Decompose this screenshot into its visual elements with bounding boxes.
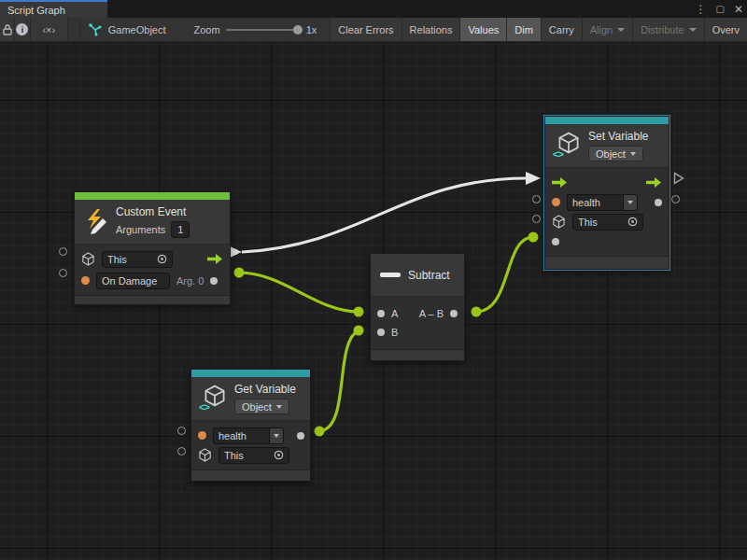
- set-variable-outer-port[interactable]: [532, 195, 541, 203]
- get-variable-outer-port[interactable]: [177, 447, 186, 455]
- arguments-input[interactable]: 1: [171, 221, 190, 238]
- set-variable-outer-port[interactable]: [532, 215, 541, 223]
- custom-event-outer-port[interactable]: [59, 247, 67, 256]
- subtract-header: Subtract: [371, 254, 464, 296]
- custom-event-body: This On Damage: [75, 244, 230, 295]
- graph-target-label: GameObject: [108, 24, 166, 35]
- node-color-bar: [191, 370, 310, 377]
- maximize-icon[interactable]: ▢: [715, 4, 724, 14]
- carry-label: Carry: [549, 24, 574, 35]
- wire-dot: [315, 427, 325, 437]
- object-picker-icon[interactable]: [627, 217, 638, 227]
- node-footer: [75, 295, 230, 304]
- value-output-port[interactable]: [655, 199, 662, 206]
- node-set-variable[interactable]: <> Set Variable Object: [544, 116, 669, 270]
- distribute-dropdown[interactable]: Distribute: [633, 18, 704, 41]
- flow-output-port[interactable]: [207, 254, 223, 264]
- value-input-port[interactable]: [552, 238, 559, 245]
- get-variable-header: <> Get Variable Object: [191, 377, 310, 420]
- node-subtract[interactable]: Subtract A A – B B: [370, 253, 465, 361]
- node-custom-event[interactable]: Custom Event Arguments 1 This: [74, 191, 231, 305]
- wire-arg0-to-a[interactable]: [239, 273, 359, 312]
- variable-cube-icon: <>: [201, 385, 227, 413]
- flow-wire-start-triangle: [230, 246, 242, 258]
- node-color-bar: [545, 117, 669, 124]
- node-title: Custom Event: [116, 205, 190, 218]
- arguments-label: Arguments: [116, 224, 165, 235]
- variable-name-port[interactable]: [552, 198, 560, 206]
- node-footer: [191, 469, 310, 481]
- clear-errors-label: Clear Errors: [338, 24, 393, 35]
- carry-toggle[interactable]: Carry: [542, 18, 583, 41]
- flow-wire[interactable]: [242, 178, 526, 252]
- get-variable-body: health This: [191, 420, 310, 469]
- relations-button[interactable]: Relations: [402, 18, 461, 41]
- gameobject-icon: [88, 23, 102, 36]
- target-field[interactable]: This: [102, 251, 173, 268]
- dropdown-button[interactable]: [269, 427, 284, 444]
- overview-label: Overv: [712, 24, 740, 35]
- event-name-field[interactable]: On Damage: [96, 273, 170, 289]
- node-footer: [371, 349, 464, 360]
- arg0-output-port[interactable]: [210, 277, 218, 285]
- set-variable-outer-port[interactable]: [671, 195, 680, 203]
- dim-toggle[interactable]: Dim: [507, 18, 542, 41]
- custom-event-outer-port[interactable]: [59, 269, 67, 277]
- wire-dot: [234, 268, 245, 278]
- scope-value: Object: [596, 148, 626, 160]
- wire-subtract-to-setvar[interactable]: [476, 237, 533, 312]
- graph-canvas[interactable]: Custom Event Arguments 1 This: [0, 42, 747, 560]
- flow-output-port[interactable]: [646, 177, 662, 188]
- subtract-body: A A – B B: [371, 296, 464, 349]
- wire-dot: [354, 307, 364, 317]
- window-menu-icon[interactable]: ⋮: [695, 3, 706, 16]
- wire-getvar-to-b[interactable]: [319, 330, 359, 431]
- clear-errors-button[interactable]: Clear Errors: [330, 18, 402, 41]
- object-picker-icon[interactable]: [274, 450, 284, 460]
- variable-name-dropdown[interactable]: health: [213, 427, 284, 444]
- cube-icon: [198, 448, 212, 462]
- node-footer: [545, 256, 669, 269]
- chevron-down-icon: [617, 28, 625, 32]
- zoom-value: 1x: [306, 24, 317, 35]
- tab-label: Script Graph: [7, 5, 65, 16]
- align-dropdown[interactable]: Align: [583, 18, 633, 41]
- variable-name-dropdown[interactable]: health: [567, 194, 638, 211]
- input-b-port[interactable]: [377, 329, 385, 336]
- output-port[interactable]: [450, 310, 458, 317]
- object-picker-icon[interactable]: [157, 254, 167, 264]
- close-icon[interactable]: ✕: [734, 3, 743, 16]
- lock-button[interactable]: [0, 18, 15, 41]
- zoom-slider-handle[interactable]: [293, 25, 303, 35]
- flow-wire-arrow-icon: [526, 172, 541, 185]
- edit-graph-button[interactable]: ‹×›: [31, 18, 68, 41]
- zoom-slider[interactable]: [226, 29, 301, 31]
- variable-name-value: health: [218, 430, 247, 441]
- info-button[interactable]: i: [15, 18, 30, 41]
- flow-input-port[interactable]: [552, 177, 568, 188]
- target-value: This: [578, 217, 598, 228]
- variable-scope-dropdown[interactable]: Object: [234, 399, 289, 414]
- flow-continue-triangle[interactable]: [673, 172, 684, 185]
- tab-script-graph[interactable]: Script Graph: [0, 0, 107, 18]
- target-field[interactable]: This: [218, 447, 289, 464]
- variable-scope-dropdown[interactable]: Object: [588, 146, 643, 161]
- chevron-down-icon: [274, 434, 279, 438]
- node-title: Subtract: [408, 269, 450, 282]
- target-field[interactable]: This: [572, 214, 643, 231]
- input-a-port[interactable]: [377, 310, 385, 317]
- event-name-port[interactable]: [81, 276, 90, 285]
- dropdown-button[interactable]: [623, 194, 638, 211]
- target-value: This: [107, 254, 127, 265]
- set-variable-body: health This: [545, 167, 669, 256]
- event-name-value: On Damage: [102, 275, 157, 287]
- get-variable-outer-port[interactable]: [177, 427, 186, 435]
- arguments-value: 1: [177, 224, 183, 235]
- node-get-variable[interactable]: <> Get Variable Object health: [190, 369, 311, 482]
- overview-button[interactable]: Overv: [705, 18, 747, 41]
- variable-name-port[interactable]: [198, 431, 206, 440]
- target-value: This: [224, 450, 244, 461]
- value-output-port[interactable]: [297, 432, 304, 440]
- graph-target[interactable]: GameObject: [80, 18, 174, 41]
- values-toggle[interactable]: Values: [460, 18, 507, 41]
